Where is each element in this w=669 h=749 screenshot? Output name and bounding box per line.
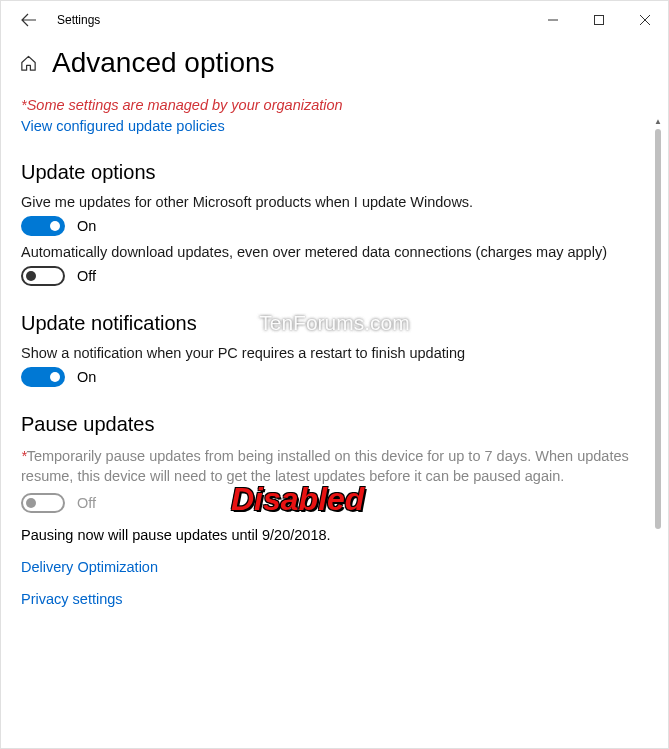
- content-area: *Some settings are managed by your organ…: [1, 97, 668, 607]
- microsoft-products-toggle[interactable]: [21, 216, 65, 236]
- update-options-heading: Update options: [21, 161, 648, 184]
- metered-connections-label: Automatically download updates, even ove…: [21, 244, 648, 260]
- scrollbar[interactable]: ▲: [650, 113, 666, 743]
- minimize-button[interactable]: [530, 1, 576, 39]
- pause-updates-toggle-row: Off: [21, 493, 648, 513]
- delivery-optimization-link[interactable]: Delivery Optimization: [21, 559, 648, 575]
- view-policies-link[interactable]: View configured update policies: [21, 118, 225, 134]
- scroll-thumb[interactable]: [655, 129, 661, 529]
- page-header: Advanced options: [1, 39, 668, 97]
- restart-notification-toggle-state: On: [77, 369, 96, 385]
- restart-notification-label: Show a notification when your PC require…: [21, 345, 648, 361]
- back-arrow-icon: [21, 12, 37, 28]
- restart-notification-toggle-row: On: [21, 367, 648, 387]
- microsoft-products-toggle-state: On: [77, 218, 96, 234]
- pause-updates-toggle: [21, 493, 65, 513]
- close-icon: [640, 15, 650, 25]
- maximize-button[interactable]: [576, 1, 622, 39]
- close-button[interactable]: [622, 1, 668, 39]
- pause-updates-heading: Pause updates: [21, 413, 648, 436]
- window-title: Settings: [57, 13, 100, 27]
- privacy-settings-link[interactable]: Privacy settings: [21, 591, 648, 607]
- restart-notification-toggle[interactable]: [21, 367, 65, 387]
- metered-connections-toggle-row: Off: [21, 266, 648, 286]
- pause-until-info: Pausing now will pause updates until 9/2…: [21, 527, 648, 543]
- update-notifications-heading: Update notifications: [21, 312, 648, 335]
- minimize-icon: [548, 15, 558, 25]
- window-controls: [530, 1, 668, 39]
- scroll-up-arrow-icon[interactable]: ▲: [650, 113, 666, 129]
- page-title: Advanced options: [52, 47, 275, 79]
- managed-by-org-notice: *Some settings are managed by your organ…: [21, 97, 648, 113]
- metered-connections-toggle-state: Off: [77, 268, 96, 284]
- titlebar: Settings: [1, 1, 668, 39]
- maximize-icon: [594, 15, 604, 25]
- back-button[interactable]: [9, 1, 49, 39]
- microsoft-products-label: Give me updates for other Microsoft prod…: [21, 194, 648, 210]
- pause-updates-description: *Temporarily pause updates from being in…: [21, 446, 648, 487]
- pause-updates-toggle-state: Off: [77, 495, 96, 511]
- microsoft-products-toggle-row: On: [21, 216, 648, 236]
- metered-connections-toggle[interactable]: [21, 266, 65, 286]
- svg-rect-0: [595, 16, 604, 25]
- home-icon[interactable]: [19, 54, 38, 77]
